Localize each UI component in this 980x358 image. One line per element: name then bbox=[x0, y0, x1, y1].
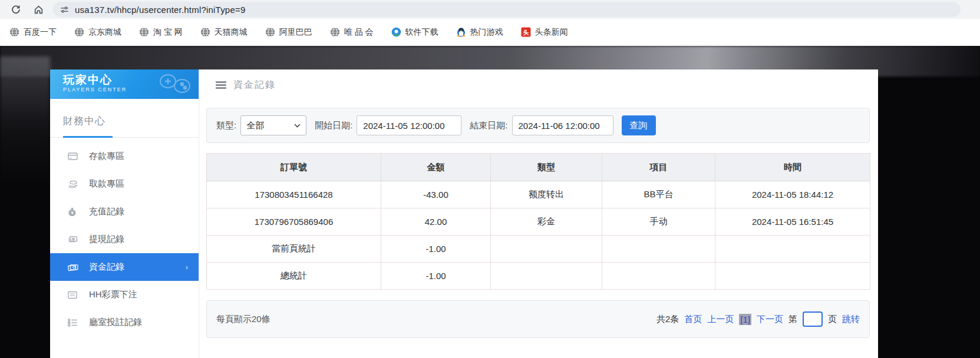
reload-icon[interactable] bbox=[8, 2, 24, 17]
bookmark-label: 百度一下 bbox=[24, 27, 57, 38]
table-cell: BB平台 bbox=[602, 181, 715, 208]
bookmark-label: 热门游戏 bbox=[470, 27, 503, 38]
globe-icon bbox=[74, 27, 84, 37]
column-header: 金額 bbox=[381, 154, 491, 181]
table-cell bbox=[715, 263, 870, 290]
next-page-link[interactable]: 下一页 bbox=[757, 314, 783, 325]
sidebar-item-1[interactable]: 存款專區› bbox=[50, 142, 199, 170]
table-cell: 42.00 bbox=[381, 208, 491, 236]
main-panel: 資金記錄 類型: 全部 開始日期: 結束日期: 查詢 訂單號金額類型項目時間 1… bbox=[199, 69, 878, 358]
sidebar-item-5[interactable]: 資金記錄› bbox=[50, 253, 199, 281]
ticket-doc-icon bbox=[68, 290, 78, 300]
table-cell: 彩金 bbox=[491, 208, 602, 236]
table-cell: 總統計 bbox=[207, 263, 381, 290]
globe-icon bbox=[9, 27, 19, 37]
search-button[interactable]: 查詢 bbox=[622, 115, 656, 135]
globe-icon bbox=[265, 27, 275, 37]
end-date-input[interactable] bbox=[512, 115, 613, 135]
table-cell: -1.00 bbox=[381, 263, 491, 290]
table-cell bbox=[602, 263, 715, 290]
deposit-card-icon bbox=[68, 152, 78, 161]
bookmark-2[interactable]: 京东商城 bbox=[74, 27, 121, 38]
sidebar-item-label: 提現記錄 bbox=[89, 234, 124, 245]
jump-suffix: 页 bbox=[828, 314, 837, 325]
site-settings-icon[interactable] bbox=[60, 5, 69, 14]
filter-bar: 類型: 全部 開始日期: 結束日期: 查詢 bbox=[206, 108, 870, 143]
table-cell: 當前頁統計 bbox=[207, 236, 381, 263]
table-row: 1730803451166428-43.00额度转出BB平台2024-11-05… bbox=[207, 181, 870, 208]
money-bag-icon: ¥ bbox=[68, 207, 78, 217]
bookmark-3[interactable]: 淘 宝 网 bbox=[139, 27, 183, 38]
table-cell bbox=[491, 263, 602, 290]
address-bar[interactable]: usa137.tv/hhcp/usercenter.html?iniType=9 bbox=[53, 2, 961, 17]
sidebar-item-2[interactable]: 取款專區› bbox=[50, 170, 199, 198]
start-date-label: 開始日期: bbox=[315, 120, 352, 131]
table-cell: 手动 bbox=[602, 208, 715, 236]
table-cell: 额度转出 bbox=[491, 181, 602, 208]
home-icon[interactable] bbox=[31, 2, 46, 17]
url-text: usa137.tv/hhcp/usercenter.html?iniType=9 bbox=[75, 5, 245, 15]
column-header: 訂單號 bbox=[207, 154, 381, 181]
sidebar-item-4[interactable]: 提現記錄› bbox=[50, 226, 199, 253]
bookmark-6[interactable]: 唯 品 会 bbox=[330, 27, 374, 38]
jump-button[interactable]: 跳转 bbox=[842, 314, 860, 325]
sidebar-item-7[interactable]: 廳室投註記錄› bbox=[50, 309, 199, 336]
pagination-bar: 每頁顯示20條 共2条 首页 上一页 [1] 下一页 第 页 跳转 bbox=[206, 300, 870, 338]
table-row: 173079670586940642.00彩金手动2024-11-05 16:5… bbox=[207, 208, 870, 236]
bookmark-4[interactable]: 天猫商城 bbox=[200, 27, 248, 38]
bookmark-1[interactable]: 百度一下 bbox=[9, 27, 57, 38]
start-date-input[interactable] bbox=[357, 115, 461, 135]
prev-page-link[interactable]: 上一页 bbox=[707, 314, 734, 325]
bookmark-8[interactable]: 热门游戏 bbox=[456, 27, 503, 38]
table-cell: -1.00 bbox=[381, 236, 491, 263]
first-page-link[interactable]: 首页 bbox=[684, 314, 702, 325]
sidebar-item-3[interactable]: ¥充值記錄› bbox=[50, 198, 199, 226]
table-cell: 1730796705869406 bbox=[207, 208, 381, 236]
table-row: 當前頁統計-1.00 bbox=[207, 236, 870, 263]
bookmark-label: 京东商城 bbox=[88, 27, 121, 38]
type-select[interactable]: 全部 bbox=[240, 115, 306, 135]
sidebar-item-label: 資金記錄 bbox=[89, 261, 124, 273]
page-background: 玩家中心 PLAYERS CENTER 財務中心 存款專區›取款專區›¥充值記錄… bbox=[0, 46, 980, 358]
sidebar-item-label: 充值記錄 bbox=[89, 206, 124, 217]
pager: 共2条 首页 上一页 [1] 下一页 第 页 跳转 bbox=[651, 311, 860, 327]
browser-toolbar: usa137.tv/hhcp/usercenter.html?iniType=9 bbox=[0, 0, 980, 19]
svg-text:头: 头 bbox=[523, 29, 529, 36]
type-label: 類型: bbox=[216, 120, 236, 131]
chevron-right-icon: › bbox=[186, 263, 188, 271]
bookmark-5[interactable]: 阿里巴巴 bbox=[265, 27, 312, 38]
table-cell: 1730803451166428 bbox=[207, 181, 381, 208]
jump-page-input[interactable] bbox=[803, 311, 823, 327]
bookmark-label: 淘 宝 网 bbox=[153, 27, 183, 38]
sidebar-item-label: 存款專區 bbox=[89, 151, 124, 162]
hamburger-icon[interactable] bbox=[216, 81, 226, 89]
sidebar-menu: 存款專區›取款專區›¥充值記錄›提現記錄›資金記錄›HH彩票下注›廳室投註記錄› bbox=[50, 142, 199, 336]
sidebar: 玩家中心 PLAYERS CENTER 財務中心 存款專區›取款專區›¥充值記錄… bbox=[50, 69, 199, 358]
table-cell: -43.00 bbox=[381, 181, 491, 208]
table-cell: 2024-11-05 18:44:12 bbox=[715, 181, 870, 208]
table-cell: 2024-11-05 16:51:45 bbox=[715, 208, 870, 236]
globe-icon bbox=[139, 27, 149, 37]
list-lines-icon bbox=[68, 318, 78, 327]
section-divider bbox=[50, 136, 199, 138]
chevron-down-icon bbox=[294, 124, 301, 128]
bookmark-label: 头条新闻 bbox=[535, 27, 568, 38]
globe-icon bbox=[330, 27, 340, 37]
sidebar-header: 玩家中心 PLAYERS CENTER bbox=[50, 69, 199, 99]
column-header: 時間 bbox=[715, 154, 870, 181]
penguin-icon bbox=[456, 27, 466, 37]
bookmark-7[interactable]: 软件下载 bbox=[391, 27, 438, 38]
sidebar-item-label: HH彩票下注 bbox=[89, 289, 137, 300]
jump-prefix: 第 bbox=[788, 314, 797, 325]
end-date-label: 結束日期: bbox=[470, 120, 507, 131]
gamepad-icon bbox=[155, 72, 193, 99]
bookmark-label: 软件下载 bbox=[405, 27, 438, 38]
column-header: 項目 bbox=[602, 154, 715, 181]
download-swirl-icon bbox=[391, 27, 401, 37]
bookmark-label: 天猫商城 bbox=[215, 27, 248, 38]
bookmark-9[interactable]: 头头条新闻 bbox=[521, 27, 568, 38]
globe-icon bbox=[200, 27, 210, 37]
toutiao-icon: 头 bbox=[521, 27, 531, 37]
sidebar-item-6[interactable]: HH彩票下注› bbox=[50, 281, 199, 309]
finance-section: 財務中心 bbox=[50, 99, 199, 128]
